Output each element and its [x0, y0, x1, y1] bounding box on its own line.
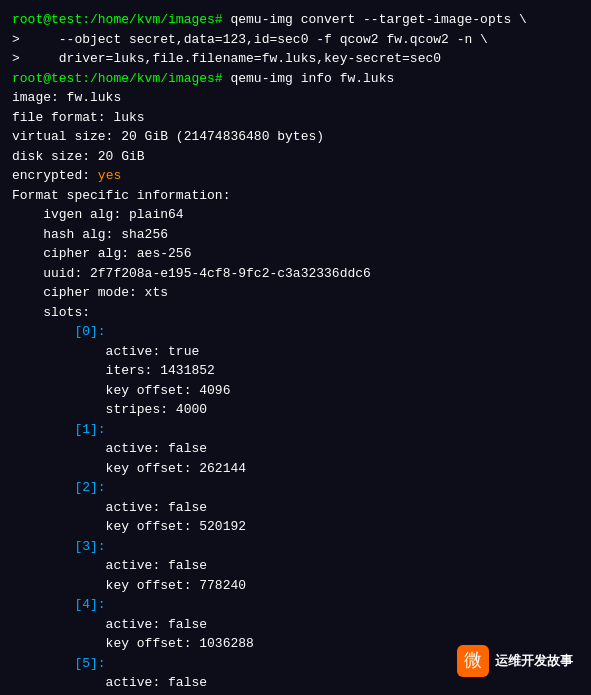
output-text: Format specific information:	[12, 188, 230, 203]
terminal-line: virtual size: 20 GiB (21474836480 bytes)	[12, 127, 579, 147]
terminal-line: key offset: 262144	[12, 459, 579, 479]
output-text: key offset: 1036288	[12, 636, 254, 651]
output-text: ivgen alg: plain64	[12, 207, 184, 222]
slot-header: [0]:	[12, 324, 106, 339]
terminal-line: [0]:	[12, 322, 579, 342]
terminal-line: image: fw.luks	[12, 88, 579, 108]
terminal-line: active: false	[12, 498, 579, 518]
terminal-line: key offset: 4096	[12, 381, 579, 401]
terminal-line: key offset: 520192	[12, 517, 579, 537]
terminal-line: [1]:	[12, 420, 579, 440]
continuation-text: > driver=luks,file.filename=fw.luks,key-…	[12, 51, 441, 66]
output-text: active: false	[12, 617, 207, 632]
terminal-line: root@test:/home/kvm/images# qemu-img con…	[12, 10, 579, 30]
output-text: stripes: 4000	[12, 402, 207, 417]
terminal-line: hash alg: sha256	[12, 225, 579, 245]
terminal-line: ivgen alg: plain64	[12, 205, 579, 225]
output-text: virtual size: 20 GiB (21474836480 bytes)	[12, 129, 324, 144]
terminal-line: active: true	[12, 342, 579, 362]
output-text: cipher mode: xts	[12, 285, 168, 300]
continuation-text: > --object secret,data=123,id=sec0 -f qc…	[12, 32, 488, 47]
output-text: key offset: 520192	[12, 519, 246, 534]
terminal-line: [4]:	[12, 595, 579, 615]
watermark: 微 运维开发故事	[457, 645, 573, 677]
slot-header: [4]:	[12, 597, 106, 612]
terminal-line: encrypted: yes	[12, 166, 579, 186]
output-text: slots:	[12, 305, 90, 320]
output-text: uuid: 2f7f208a-e195-4cf8-9fc2-c3a32336dd…	[12, 266, 371, 281]
output-text: key offset: 4096	[12, 383, 230, 398]
terminal-line: [2]:	[12, 478, 579, 498]
output-text: cipher alg: aes-256	[12, 246, 191, 261]
terminal-line: root@test:/home/kvm/images# qemu-img inf…	[12, 69, 579, 89]
output-key: encrypted:	[12, 168, 98, 183]
output-text: active: true	[12, 344, 199, 359]
terminal-line: uuid: 2f7f208a-e195-4cf8-9fc2-c3a32336dd…	[12, 264, 579, 284]
prompt-text: root@test:/home/kvm/images#	[12, 71, 230, 86]
terminal-line: Format specific information:	[12, 186, 579, 206]
terminal-line: file format: luks	[12, 108, 579, 128]
output-text: active: false	[12, 675, 207, 690]
terminal-line: slots:	[12, 303, 579, 323]
output-text: key offset: 778240	[12, 578, 246, 593]
command-text: qemu-img convert --target-image-opts \	[230, 12, 526, 27]
command-text: qemu-img info fw.luks	[230, 71, 394, 86]
watermark-icon: 微	[457, 645, 489, 677]
terminal-line: cipher alg: aes-256	[12, 244, 579, 264]
watermark-text: 运维开发故事	[495, 651, 573, 671]
terminal-line: active: false	[12, 439, 579, 459]
terminal-line: disk size: 20 GiB	[12, 147, 579, 167]
terminal: root@test:/home/kvm/images# qemu-img con…	[0, 0, 591, 695]
prompt-text: root@test:/home/kvm/images#	[12, 12, 230, 27]
terminal-line: > driver=luks,file.filename=fw.luks,key-…	[12, 49, 579, 69]
terminal-line: [3]:	[12, 537, 579, 557]
slot-header: [2]:	[12, 480, 106, 495]
output-text: image: fw.luks	[12, 90, 121, 105]
output-text: active: false	[12, 500, 207, 515]
terminal-line: iters: 1431852	[12, 361, 579, 381]
terminal-content: root@test:/home/kvm/images# qemu-img con…	[12, 10, 579, 695]
terminal-line: > --object secret,data=123,id=sec0 -f qc…	[12, 30, 579, 50]
slot-header: [5]:	[12, 656, 106, 671]
slot-header: [3]:	[12, 539, 106, 554]
output-text: active: false	[12, 441, 207, 456]
terminal-line: cipher mode: xts	[12, 283, 579, 303]
output-text: active: false	[12, 558, 207, 573]
terminal-line: key offset: 778240	[12, 576, 579, 596]
output-text: file format: luks	[12, 110, 145, 125]
terminal-line: stripes: 4000	[12, 400, 579, 420]
output-text: key offset: 262144	[12, 461, 246, 476]
terminal-line: active: false	[12, 615, 579, 635]
output-text: iters: 1431852	[12, 363, 215, 378]
terminal-line: active: false	[12, 556, 579, 576]
output-value-yes: yes	[98, 168, 121, 183]
output-text: disk size: 20 GiB	[12, 149, 145, 164]
slot-header: [1]:	[12, 422, 106, 437]
output-text: hash alg: sha256	[12, 227, 168, 242]
